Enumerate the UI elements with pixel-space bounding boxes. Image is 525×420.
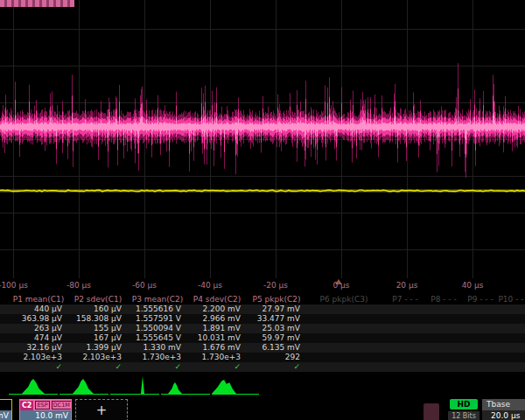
stat-value: 1.557591 V [128,314,181,324]
status-check-icon: ✓ [128,362,181,372]
channel-c2-label: C2 [20,401,33,410]
status-check-icon: ✓ [68,362,122,372]
timebase-box[interactable]: Tbase 20.0 µs [482,399,525,420]
timebase-label: Tbase [482,399,525,410]
stat-value: 59.97 mV [247,333,300,343]
time-axis-label: -80 µs [66,281,91,290]
time-axis-label: -100 µs [0,281,28,290]
bit-depth-label: 12 Bits [448,411,480,420]
measure-table: P1 mean(C1)P2 sdev(C1)P3 mean(C2)P4 sdev… [0,295,525,374]
stat-value: 1.555616 V [128,304,181,314]
descriptor-bar: C1 DC1M 10.0 mV C2 ESP DC1M 10.0 mV + HD… [0,398,525,420]
stat-value: 32.16 µV [9,343,62,353]
measure-histicons [0,374,525,397]
time-axis-label: 40 µs [462,281,484,290]
stat-value: 1.891 mV [187,324,241,333]
stat-value: 1.730e+3 [128,353,181,362]
stat-value: 263 µV [9,324,62,333]
stat-value: 33.477 mV [247,314,300,324]
histicon-p5[interactable] [212,380,259,395]
stat-value: 27.97 mV [247,304,300,314]
stat-value: 1.730e+3 [187,353,241,362]
stat-value: 167 µV [68,333,122,343]
histicon-p1[interactable] [9,379,58,395]
timebase-value: 20.0 µs [482,410,525,420]
histicon-p2[interactable] [60,379,108,395]
status-check-icon: ✓ [9,362,62,372]
histicons-svg [0,374,525,397]
stat-value: 474 µV [9,333,62,343]
stat-value: 1.399 µV [68,343,122,353]
param-header-p3[interactable]: P3 mean(C2) [128,295,187,304]
stat-value: 1.676 mV [187,343,241,353]
time-axis-label: -60 µs [132,281,157,290]
time-axis-label: -40 µs [198,281,222,290]
param-header-p2[interactable]: P2 sdev(C1) [68,295,128,304]
waveform-display [0,0,525,278]
partial-trigger-box[interactable] [424,403,439,420]
oscilloscope-screen: { "header": { "partial_label": "" }, "tr… [0,0,525,420]
top-left-partial-label[interactable] [0,0,74,7]
stat-value: 440 µV [9,304,62,314]
stat-value: 2.966 mV [187,314,241,324]
stat-value: 10.031 mV [187,333,241,343]
channel-c2-coupling-chip: DC1M [52,401,71,410]
stat-value: 2.103e+3 [9,353,62,362]
time-axis-label: 20 µs [396,281,418,290]
stat-value: 160 µV [68,304,122,314]
stat-value: 155 µV [68,324,122,333]
add-channel-button[interactable]: + [75,399,128,420]
stat-value: 2.200 mV [187,304,241,314]
channel-descriptor-c2[interactable]: C2 ESP DC1M 10.0 mV [19,399,72,420]
time-axis: -100 µs-80 µs-60 µs-40 µs-20 µs0 µs20 µs… [0,278,525,295]
channel-c1-scale: 10.0 mV [0,410,11,420]
param-header-inactive[interactable]: P6 pkpk(C3) [313,295,374,304]
stat-value: 363.98 µV [9,314,62,324]
param-header-p1[interactable]: P1 mean(C1) [9,295,68,304]
param-header-p5[interactable]: P5 pkpk(C2) [247,295,306,304]
stat-value: 25.03 mV [247,324,300,333]
hd-mode-badge[interactable]: HD [450,399,478,410]
param-header-inactive[interactable]: P [518,295,525,304]
channel-descriptor-c1[interactable]: C1 DC1M 10.0 mV [0,399,12,420]
histicon-p4[interactable] [161,382,210,395]
histicon-p3[interactable] [110,376,159,395]
stat-value: 1.550094 V [128,324,181,333]
stat-value: 1.555645 V [128,333,181,343]
status-check-icon: ✓ [247,362,300,372]
stat-value: 2.103e+3 [68,353,122,362]
channel-c2-esp-chip: ESP [35,401,49,410]
stat-value: 158.308 µV [68,314,122,324]
status-check-icon: ✓ [187,362,241,372]
param-header-p4[interactable]: P4 sdev(C2) [187,295,247,304]
time-axis-label: 0 µs [332,281,349,290]
channel-c2-scale: 10.0 mV [20,410,71,420]
stat-value: 1.330 mV [128,343,181,353]
stat-value: 292 [247,353,300,362]
time-axis-label: -20 µs [263,281,288,290]
stat-value: 6.135 mV [247,343,300,353]
